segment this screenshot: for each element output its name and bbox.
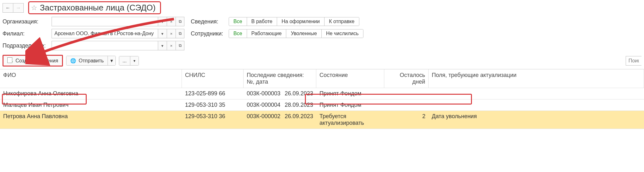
cell-fio: Никофирова Анна Олеговна [0,88,182,99]
info-segmented: Все В работе На оформлении К отправке [229,17,359,26]
emp-opt-working[interactable]: Работающие [247,29,287,38]
new-document-icon: + [7,57,13,64]
employees-segmented: Все Работающие Уволенные Не числились [229,29,363,38]
col-last-info[interactable]: Последние сведения: №, дата [244,69,316,88]
cell-last-number: 003К-000004 [244,99,282,111]
send-dropdown-button[interactable]: ▾ [108,56,115,65]
branch-clear-icon[interactable]: × [167,29,176,38]
col-snils[interactable]: СНИЛС [182,69,244,88]
cell-snils: 123-025-899 66 [182,88,244,99]
cell-days [384,99,429,111]
cell-fields [429,88,644,99]
page-title-highlight: ☆ Застрахованные лица (СЭДО) [28,1,161,14]
cell-last-date: 28.09.2023 [282,99,316,111]
table-row[interactable]: Мальцев Иван Петрович129-053-310 35003К-… [0,99,644,111]
col-fields[interactable]: Поля, требующие актуализации [429,69,644,88]
branch-dropdown-icon[interactable]: ▾ [158,29,167,38]
info-opt-tosend[interactable]: К отправке [325,17,359,26]
nav-forward-button[interactable]: → [13,3,24,13]
cell-snils: 129-053-310 35 [182,99,244,111]
cell-state: Принят Фондом [316,88,384,99]
emp-opt-notlisted[interactable]: Не числились [322,29,363,38]
branch-input[interactable] [52,29,158,38]
cell-last-number: 003К-000002 [244,111,282,129]
create-info-button[interactable]: + Создать сведения [3,55,63,67]
department-dropdown-icon[interactable]: ▾ [158,41,167,50]
info-opt-inwork[interactable]: В работе [247,17,277,26]
cell-snils: 129-053-310 36 [182,111,244,129]
cell-state: Требуется актуализировать [316,111,384,129]
page-title: Застрахованные лица (СЭДО) [40,3,156,13]
department-label: Подразделение: [3,42,52,49]
more-button[interactable]: ... [119,56,130,65]
table-row[interactable]: Никофирова Анна Олеговна123-025-899 6600… [0,88,644,99]
branch-label: Филиал: [3,30,52,37]
create-info-label: Создать сведения [15,58,58,64]
organization-label: Организация: [3,18,52,25]
cell-days [384,88,429,99]
table-row[interactable]: Петрова Анна Павловна129-053-310 36003К-… [0,111,644,129]
more-dropdown-button[interactable]: ▾ [130,56,139,65]
globe-icon: 🌐 [70,58,76,64]
cell-last-number: 003К-000003 [244,88,282,99]
emp-opt-all[interactable]: Все [229,29,247,38]
organization-clear-icon[interactable]: × [167,17,176,26]
search-input[interactable] [626,56,641,66]
cell-fio: Мальцев Иван Петрович [0,99,182,111]
cell-fields: Дата увольнения [429,111,644,129]
cell-last-date: 26.09.2023 [282,88,316,99]
insured-table: ФИО СНИЛС Последние сведения: №, дата Со… [0,69,644,129]
col-days[interactable]: Осталось дней [384,69,429,88]
cell-fields [429,99,644,111]
info-label: Сведения: [191,18,226,25]
col-fio[interactable]: ФИО [0,69,182,88]
cell-fio: Петрова Анна Павловна [0,111,182,129]
info-opt-all[interactable]: Все [229,17,247,26]
info-opt-processing[interactable]: На оформлении [277,17,325,26]
department-clear-icon[interactable]: × [167,41,176,50]
send-label: Отправить [79,58,104,64]
organization-input[interactable] [52,17,158,26]
col-state[interactable]: Состояние [316,69,384,88]
organization-open-icon[interactable]: ⧉ [176,17,184,26]
send-button[interactable]: 🌐 Отправить [66,56,108,65]
cell-days: 2 [384,111,429,129]
cell-last-date: 26.09.2023 [282,111,316,129]
employees-label: Сотрудники: [191,30,226,37]
table-header: ФИО СНИЛС Последние сведения: №, дата Со… [0,69,644,88]
department-open-icon[interactable]: ⧉ [176,41,184,50]
favorite-star-icon[interactable]: ☆ [31,4,37,12]
emp-opt-dismissed[interactable]: Уволенные [286,29,321,38]
cell-state: Принят Фондом [316,99,384,111]
organization-dropdown-icon[interactable]: ▾ [158,17,167,26]
department-input[interactable] [52,41,158,50]
branch-open-icon[interactable]: ⧉ [176,29,184,38]
nav-back-button[interactable]: ← [3,3,13,13]
